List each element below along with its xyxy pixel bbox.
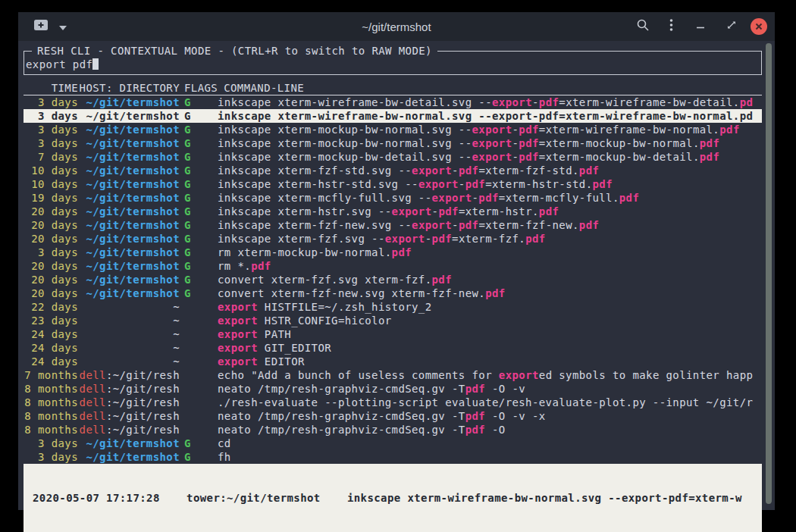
header-host-directory: HOST: DIRECTORY [78, 81, 180, 95]
row-time: 7 days [24, 150, 78, 164]
row-flags: G [184, 95, 195, 109]
menu-button[interactable] [669, 18, 673, 35]
row-command: inkscape xterm-hstr.svg --export-pdf=xte… [218, 205, 762, 218]
row-flags: G [184, 259, 195, 273]
row-time: 23 days [24, 314, 78, 327]
header-time: TIME [24, 81, 78, 95]
row-host-directory: ~/git/termshot [78, 218, 180, 232]
history-row[interactable]: 7 days~/git/termshotGinkscape xterm-mock… [24, 150, 762, 164]
row-command: export PATH [218, 327, 762, 341]
status-bar: 2020-05-07 17:17:28 tower:~/git/termshot… [24, 464, 762, 532]
history-row[interactable]: 20 days~/git/termshotGrm *.pdf [24, 259, 762, 273]
row-host-directory: ~/git/termshot [78, 450, 180, 464]
row-time: 3 days [24, 136, 78, 150]
scrollbar-thumb[interactable] [766, 43, 772, 504]
history-row[interactable]: 24 days~export PATH [24, 327, 762, 341]
status-line-1: 2020-05-07 17:17:28 tower:~/git/termshot… [24, 491, 762, 505]
row-flags: G [184, 273, 195, 286]
history-row[interactable]: 8 monthsdell:~/git/reshneato /tmp/resh-g… [24, 382, 762, 396]
history-row[interactable]: 20 days~/git/termshotGinkscape xterm-fzf… [24, 218, 762, 232]
row-time: 20 days [24, 218, 78, 232]
search-button[interactable] [636, 18, 650, 35]
row-time: 20 days [24, 286, 78, 300]
row-flags: G [184, 150, 195, 164]
row-command: export EDITOR [218, 355, 762, 368]
row-command: convert xterm-fzf-new.svg xterm-fzf-new.… [218, 286, 762, 300]
row-time: 20 days [24, 259, 78, 273]
history-row[interactable]: 24 days~export EDITOR [24, 355, 762, 368]
history-row[interactable]: 10 days~/git/termshotGinkscape xterm-fzf… [24, 164, 762, 177]
history-row[interactable]: 8 monthsdell:~/git/reshneato /tmp/resh-g… [24, 423, 762, 437]
history-row[interactable]: 23 days~export HSTR_CONFIG=hicolor [24, 314, 762, 327]
row-flags: G [184, 177, 195, 191]
row-time: 20 days [24, 232, 78, 246]
row-command: inkscape xterm-fzf-new.svg --export-pdf=… [218, 218, 762, 232]
row-time: 3 days [24, 123, 78, 136]
row-time: 7 months [24, 368, 78, 382]
restore-icon [726, 20, 737, 33]
row-host-directory: ~/git/termshot [78, 286, 180, 300]
titlebar: ~/git/termshot [18, 12, 775, 41]
history-row[interactable]: 3 days~/git/termshotGinkscape xterm-mock… [24, 123, 762, 136]
history-row[interactable]: 3 days~/git/termshotGfh [24, 450, 762, 464]
row-flags: G [184, 191, 195, 205]
history-row[interactable]: 20 days~/git/termshotGinkscape xterm-hst… [24, 205, 762, 218]
row-flags: G [184, 286, 195, 300]
header-flags: FLAGS [184, 81, 218, 95]
row-time: 10 days [24, 177, 78, 191]
row-host-directory: ~/git/termshot [78, 205, 180, 218]
history-row[interactable]: 24 days~export GIT_EDITOR [24, 341, 762, 355]
history-row[interactable]: 3 days~/git/termshotGinkscape xterm-mock… [24, 136, 762, 150]
tab-dropdown-button[interactable] [59, 20, 67, 33]
new-tab-button[interactable] [33, 19, 49, 34]
history-row[interactable]: 3 days~/git/termshotGinkscape xterm-wire… [24, 95, 762, 109]
row-host-directory: dell:~/git/resh [78, 368, 180, 382]
history-row[interactable]: 3 days~/git/termshotGcd [24, 437, 762, 450]
row-time: 3 days [24, 437, 78, 450]
row-time: 3 days [24, 246, 78, 259]
row-host-directory: ~/git/termshot [78, 437, 180, 450]
row-command: convert xterm-fzf.svg xterm-fzf.pdf [218, 273, 762, 286]
row-host-directory: dell:~/git/resh [78, 409, 180, 423]
row-command: inkscape xterm-mockup-bw-normal.svg --ex… [218, 123, 762, 136]
row-command: inkscape xterm-mockup-bw-detail.svg --ex… [218, 150, 762, 164]
row-command: export GIT_EDITOR [218, 341, 762, 355]
row-flags: G [184, 123, 195, 136]
minimize-button[interactable] [696, 20, 705, 33]
history-row[interactable]: 19 days~/git/termshotGinkscape xterm-mcf… [24, 191, 762, 205]
search-input[interactable]: export pdf [26, 58, 757, 72]
history-row[interactable]: 3 days~/git/termshotGrm xterm-mockup-bw-… [24, 246, 762, 259]
history-row[interactable]: 8 monthsdell:~/git/resh./resh-evaluate -… [24, 396, 762, 409]
row-flags [184, 409, 195, 423]
history-row[interactable]: 20 days~/git/termshotGinkscape xterm-fzf… [24, 232, 762, 246]
row-host-directory: ~/git/termshot [78, 246, 180, 259]
kebab-menu-icon [669, 18, 673, 35]
row-command: inkscape xterm-mockup-bw-normal.svg --ex… [218, 136, 762, 150]
search-box: RESH CLI - CONTEXTUAL MODE - (CTRL+R to … [24, 44, 762, 75]
close-button[interactable] [751, 18, 767, 35]
row-command: neato /tmp/resh-graphviz-cmdSeq.gv -Tpdf… [218, 423, 762, 437]
row-time: 3 days [24, 109, 78, 123]
row-host-directory: ~ [78, 341, 180, 355]
row-time: 24 days [24, 327, 78, 341]
row-time: 8 months [24, 423, 78, 437]
restore-button[interactable] [726, 20, 737, 33]
terminal-window: ~/git/termshot [18, 12, 775, 510]
row-flags: G [184, 450, 195, 464]
row-command: inkscape xterm-wireframe-bw-normal.svg -… [218, 109, 762, 123]
history-row[interactable]: 10 days~/git/termshotGinkscape xterm-hst… [24, 177, 762, 191]
history-row[interactable]: 20 days~/git/termshotGconvert xterm-fzf.… [24, 273, 762, 286]
row-host-directory: ~ [78, 300, 180, 314]
history-list: 3 days~/git/termshotGinkscape xterm-wire… [24, 95, 762, 464]
history-row[interactable]: 3 days~/git/termshotGinkscape xterm-wire… [24, 109, 762, 123]
row-host-directory: dell:~/git/resh [78, 396, 180, 409]
history-row[interactable]: 7 monthsdell:~/git/reshecho "Add a bunch… [24, 368, 762, 382]
history-row[interactable]: 22 days~export HISTFILE=~/.zsh_history_2 [24, 300, 762, 314]
history-row[interactable]: 20 days~/git/termshotGconvert xterm-fzf-… [24, 286, 762, 300]
row-host-directory: ~ [78, 355, 180, 368]
scrollbar[interactable] [763, 41, 774, 510]
row-time: 24 days [24, 341, 78, 355]
row-time: 20 days [24, 273, 78, 286]
row-host-directory: ~/git/termshot [78, 150, 180, 164]
history-row[interactable]: 8 monthsdell:~/git/reshneato /tmp/resh-g… [24, 409, 762, 423]
